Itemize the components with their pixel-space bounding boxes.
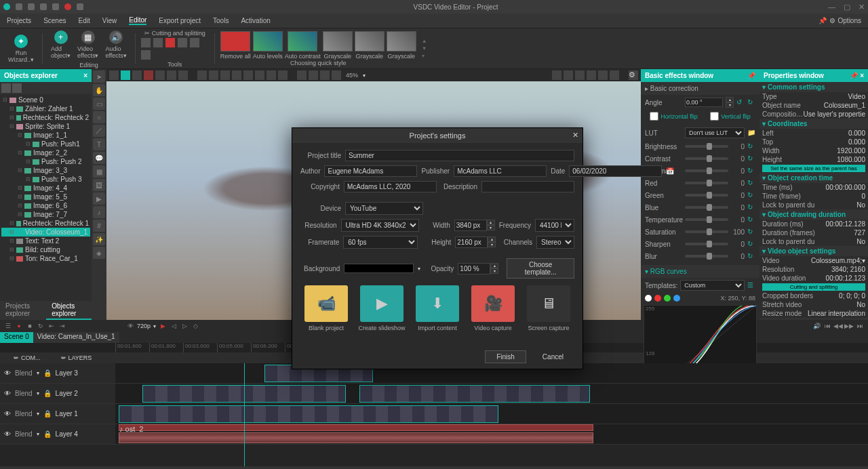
add-object-button[interactable]: +Add object▾ [48, 29, 73, 60]
height-up[interactable]: ▴ [488, 237, 496, 242]
tree-item[interactable]: ⊟Push: Push 3 [1, 175, 90, 184]
prop-value[interactable]: No [856, 238, 865, 245]
contrast-slider[interactable] [685, 157, 728, 160]
calendar-icon[interactable]: 📅 [666, 167, 674, 175]
tree-item[interactable]: ⊟Image: 6_6 [1, 201, 90, 210]
hand-tool[interactable]: ✋ [93, 84, 105, 96]
run-wizard-button[interactable]: ✦ Run Wizard..▾ [5, 33, 37, 64]
ct-10[interactable] [220, 70, 230, 80]
sec-coord[interactable]: Coordinates [768, 120, 807, 127]
tp-menu[interactable]: ☰ [4, 322, 12, 330]
track-header[interactable]: 👁Blend▾🔒Layer 3 [0, 363, 115, 383]
templates-select[interactable]: Custom [680, 280, 745, 291]
style-thumb-5[interactable] [387, 31, 416, 52]
more-icon[interactable] [77, 3, 83, 10]
tree-item[interactable]: ⊟Image: 4_4 [1, 184, 90, 192]
tp-prev[interactable]: ◀◀ [834, 322, 842, 330]
background-color-swatch[interactable] [344, 264, 413, 273]
template-screen-capture[interactable]: 🖥Screen capture [523, 285, 574, 331]
style-thumb-0[interactable] [220, 31, 250, 52]
ct-18[interactable] [320, 70, 330, 80]
line-tool[interactable]: ／ [93, 125, 105, 137]
ct-gear[interactable]: ⚙ [629, 70, 638, 80]
counter-tool[interactable]: # [93, 220, 105, 232]
lock-icon[interactable]: 🔒 [43, 430, 52, 438]
collapse-icon[interactable] [12, 83, 22, 93]
hflip-checkbox[interactable]: Horizontal flip [650, 112, 698, 121]
channels-select[interactable]: Stereo [536, 236, 574, 249]
resolution-display[interactable]: 720p [137, 323, 151, 329]
tp-next[interactable]: ▶▶ [845, 322, 853, 330]
tree-item[interactable]: ⊟Ton: Race_Car_1 [1, 254, 90, 263]
record-icon[interactable] [64, 3, 71, 10]
menu-editor[interactable]: Editor [129, 16, 146, 25]
style-thumb-2[interactable] [288, 31, 317, 52]
ct-15[interactable] [278, 70, 288, 80]
tp-res-icon[interactable]: 👁 [126, 322, 134, 330]
ct-11[interactable] [232, 70, 241, 80]
expand-icon[interactable] [1, 83, 11, 93]
tp-out[interactable]: ⇥ [58, 322, 66, 330]
pointer-tool[interactable]: ➤ [93, 70, 105, 83]
width-input[interactable] [454, 220, 487, 231]
choose-template-button[interactable]: Choose template... [507, 258, 574, 279]
zoom-dropdown-icon[interactable]: ▾ [363, 73, 366, 79]
tree-item[interactable]: ⊟Image: 5_5 [1, 192, 90, 201]
rotate-left-icon[interactable]: ↺ [736, 98, 745, 106]
tool-1[interactable] [141, 38, 151, 47]
brightness-slider[interactable] [685, 145, 728, 148]
prop-value[interactable]: Colosseum.mp4;▾ [811, 257, 865, 264]
reset-icon[interactable]: ↻ [747, 179, 755, 187]
sec-vid[interactable]: Video object settings [768, 247, 835, 255]
tree-item[interactable]: ⊟Sprite: Sprite 1 [1, 122, 90, 131]
ct-copy[interactable] [132, 70, 142, 80]
opacity-input[interactable] [458, 263, 490, 274]
opacity-up[interactable]: ▴ [490, 263, 498, 268]
prop-value[interactable]: 0; 0; 0; 0 [839, 292, 865, 300]
reset-icon[interactable]: ↻ [747, 167, 755, 175]
tool-2[interactable] [153, 38, 163, 47]
timeline-scene[interactable]: Scene 0 [0, 332, 33, 343]
cutting-splitting-button[interactable]: Cutting and splitting [762, 283, 865, 291]
sec-dur[interactable]: Object drawing duration [768, 211, 846, 218]
finish-button[interactable]: Finish [485, 350, 526, 363]
ct-5[interactable] [155, 70, 165, 80]
ct-16[interactable] [297, 70, 307, 80]
ct-9[interactable] [209, 70, 218, 80]
tp-marker[interactable]: ◇ [191, 322, 199, 330]
project-title-input[interactable] [345, 150, 574, 161]
sec-common[interactable]: Common settings [768, 83, 825, 91]
cutting-label[interactable]: Cutting and splitting [152, 30, 205, 37]
ct-a2[interactable] [564, 70, 573, 80]
tool-3[interactable] [165, 38, 175, 47]
audio-clip-label[interactable]: ♪ ost_2 [119, 424, 593, 431]
minimize-icon[interactable]: — [828, 3, 835, 12]
close-icon[interactable]: ✕ [859, 3, 865, 12]
resolution-select[interactable]: Ultra HD 4K 3840x2160 pixels (16 [341, 219, 419, 232]
template-blank-project[interactable]: 📹Blank project [300, 285, 352, 331]
tp-last[interactable]: ⏭ [856, 322, 864, 330]
gamma-slider[interactable] [685, 169, 728, 172]
tree-item[interactable]: ⊟Image: 2_2 [1, 148, 90, 157]
curve-green[interactable] [664, 295, 671, 302]
reset-icon[interactable]: ↻ [747, 228, 755, 236]
ct-8[interactable] [197, 70, 207, 80]
reset-icon[interactable]: ↻ [747, 191, 755, 199]
playhead[interactable] [244, 363, 245, 466]
bg-dropdown[interactable]: ▾ [418, 266, 420, 272]
prop-value[interactable]: Linear interpolation [808, 310, 865, 317]
maximize-icon[interactable]: ▢ [844, 3, 850, 12]
prop-value[interactable]: 1080.000 [837, 156, 865, 163]
tree-item[interactable]: ⊟Zähler: Zahler 1 [1, 104, 90, 113]
track-header[interactable]: 👁Blend▾🔒Layer 2 [0, 384, 115, 403]
style-thumb-4[interactable] [355, 31, 384, 52]
tp-stop[interactable]: ■ [26, 322, 34, 330]
tp-rec[interactable]: ● [15, 322, 23, 330]
timeline-clip[interactable] [119, 432, 593, 443]
angle-up[interactable]: ▴ [726, 97, 734, 102]
sec-bg[interactable]: Background color [768, 319, 826, 320]
timeline-source[interactable]: Video: Camera_In_Use_1 [33, 332, 119, 343]
style-down[interactable]: ▼ [422, 45, 427, 52]
prop-value[interactable]: Colosseum_1 [824, 102, 865, 109]
lut-select[interactable]: Don't use LUT [685, 127, 745, 138]
